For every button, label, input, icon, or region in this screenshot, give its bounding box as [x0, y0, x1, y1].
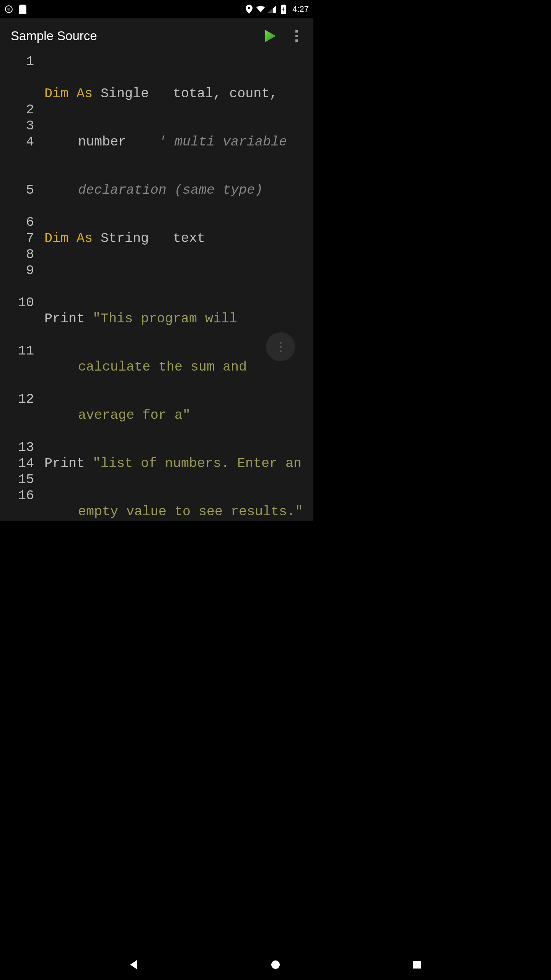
line-number: 14 — [0, 456, 34, 472]
line-number: 9 — [0, 263, 34, 279]
line-number: 2 — [0, 102, 34, 118]
status-time: 4:27 — [292, 4, 309, 14]
line-number: 16 — [0, 488, 34, 504]
line-number: 5 — [0, 182, 34, 198]
battery-charging-icon — [279, 5, 288, 13]
signal-icon — [268, 5, 276, 13]
svg-point-1 — [7, 8, 10, 11]
svg-rect-3 — [282, 5, 285, 5]
wifi-icon — [256, 5, 265, 13]
sd-card-icon — [18, 5, 27, 13]
line-number: 4 — [0, 134, 34, 150]
line-number: 15 — [0, 472, 34, 488]
run-button[interactable] — [261, 27, 279, 45]
circle-icon — [5, 5, 13, 13]
floating-menu-button[interactable] — [266, 332, 295, 361]
code-editor[interactable]: 1 2 3 4 5 6 7 8 9 10 11 12 13 14 15 16 D… — [0, 54, 313, 521]
line-number: 6 — [0, 214, 34, 230]
line-number: 11 — [0, 343, 34, 359]
app-title: Sample Source — [11, 29, 261, 43]
line-number: 1 — [0, 54, 34, 70]
app-bar: Sample Source — [0, 18, 313, 54]
line-number: 13 — [0, 439, 34, 456]
line-number: 8 — [0, 247, 34, 263]
line-number: 10 — [0, 295, 34, 311]
line-number: 3 — [0, 118, 34, 134]
gutter: 1 2 3 4 5 6 7 8 9 10 11 12 13 14 15 16 — [0, 54, 41, 521]
more-options-button[interactable] — [290, 27, 303, 45]
line-number: 12 — [0, 391, 34, 407]
code-content[interactable]: Dim As Single total, count, number ' mul… — [41, 54, 313, 521]
location-icon — [245, 5, 253, 13]
line-number: 7 — [0, 230, 34, 247]
status-bar: 4:27 — [0, 0, 313, 18]
